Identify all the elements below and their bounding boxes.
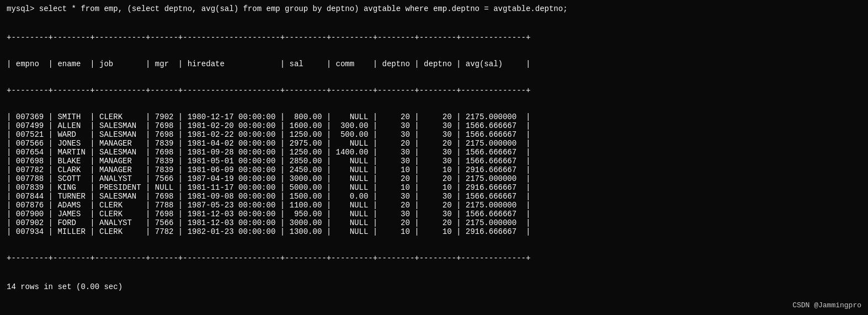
- table-row: | 007782 | CLARK | MANAGER | 7839 | 1981…: [7, 165, 861, 174]
- watermark: CSDN @Jammingpro: [792, 301, 861, 309]
- table-row: | 007369 | SMITH | CLERK | 7902 | 1980-1…: [7, 113, 861, 121]
- table-row: | 007521 | WARD | SALESMAN | 7698 | 1981…: [7, 130, 861, 139]
- table-row: | 007839 | KING | PRESIDENT | NULL | 198…: [7, 183, 861, 192]
- table-row: | 007698 | BLAKE | MANAGER | 7839 | 1981…: [7, 157, 861, 165]
- table-row: | 007876 | ADAMS | CLERK | 7788 | 1987-0…: [7, 201, 861, 210]
- table-row: | 007900 | JAMES | CLERK | 7698 | 1981-1…: [7, 210, 861, 218]
- table-row: | 007934 | MILLER | CLERK | 7782 | 1982-…: [7, 227, 861, 236]
- table-row: | 007902 | FORD | ANALYST | 7566 | 1981-…: [7, 218, 861, 227]
- table-row: | 007844 | TURNER | SALESMAN | 7698 | 19…: [7, 192, 861, 201]
- separator-bottom: +--------+--------+-----------+------+--…: [7, 254, 861, 263]
- table-row: | 007654 | MARTIN | SALESMAN | 7698 | 19…: [7, 148, 861, 157]
- footer-line: 14 rows in set (0.00 sec): [7, 282, 861, 291]
- table-row: | 007499 | ALLEN | SALESMAN | 7698 | 198…: [7, 121, 861, 130]
- query-line: mysql> select * from emp, (select deptno…: [7, 4, 861, 13]
- table-header: | empno | ename | job | mgr | hiredate |…: [7, 60, 861, 68]
- table-row: | 007788 | SCOTT | ANALYST | 7566 | 1987…: [7, 174, 861, 183]
- separator-top: +--------+--------+-----------+------+--…: [7, 33, 861, 42]
- terminal-window: mysql> select * from emp, (select deptno…: [7, 4, 861, 291]
- table-container: +--------+--------+-----------+------+--…: [7, 15, 861, 280]
- table-row: | 007566 | JONES | MANAGER | 7839 | 1981…: [7, 139, 861, 148]
- table-body: | 007369 | SMITH | CLERK | 7902 | 1980-1…: [7, 113, 861, 236]
- separator-header: +--------+--------+-----------+------+--…: [7, 86, 861, 95]
